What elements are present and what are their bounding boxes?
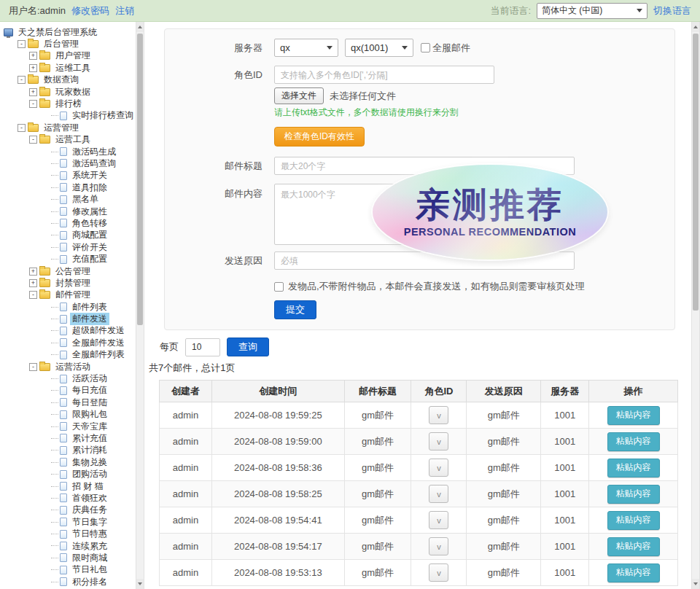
tree-item-label[interactable]: 系统开关 (70, 169, 109, 182)
tree-item-8[interactable]: -运营工具 (0, 134, 136, 146)
switch-language-link[interactable]: 切换语言 (653, 4, 691, 17)
tree-item-label[interactable]: 累计消耗 (70, 444, 109, 456)
tree-item-12[interactable]: 道具扣除 (0, 182, 136, 193)
main-scrollbar-thumb[interactable] (693, 34, 699, 311)
tree-root[interactable]: 天之禁后台管理系统 (0, 26, 136, 38)
tree-item-36[interactable]: 团购活动 (0, 468, 136, 480)
tree-item-label[interactable]: 封禁管理 (53, 277, 93, 289)
tree-item-24[interactable]: 超级邮件发送 (0, 325, 136, 337)
tree-item-14[interactable]: 修改属性 (0, 206, 136, 217)
tree-item-26[interactable]: 全服邮件列表 (0, 349, 136, 361)
tree-item-42[interactable]: 连续累充 (0, 540, 136, 552)
tree-item-label[interactable]: 活跃活动 (70, 372, 109, 385)
expand-icon[interactable]: + (29, 52, 37, 60)
tree-item-label[interactable]: 庆典任务 (70, 504, 109, 516)
role-id-expand-button[interactable]: v (429, 406, 448, 424)
tree-item-3[interactable]: -数据查询 (0, 74, 136, 86)
sidebar-scrollbar[interactable] (136, 22, 144, 589)
tree-item-5[interactable]: -排行榜 (0, 98, 136, 109)
paste-content-button[interactable]: 粘贴内容 (607, 563, 660, 582)
tree-item-15[interactable]: 角色转移 (0, 217, 136, 229)
tree-item-43[interactable]: 限时商城 (0, 552, 136, 563)
role-id-input[interactable] (274, 66, 494, 84)
tree-item-label[interactable]: 连续累充 (70, 540, 109, 553)
attachment-checkbox[interactable] (274, 282, 284, 292)
role-id-expand-button[interactable]: v (429, 485, 448, 503)
server-select[interactable]: qx (274, 39, 338, 57)
tree-item-41[interactable]: 节日特惠 (0, 528, 136, 539)
scroll-up-icon[interactable] (136, 22, 144, 32)
paste-content-button[interactable]: 粘贴内容 (607, 459, 660, 477)
tree-item-25[interactable]: 全服邮件发送 (0, 337, 136, 348)
tree-item-7[interactable]: -运营管理 (0, 122, 136, 133)
tree-item-33[interactable]: 累计充值 (0, 432, 136, 444)
tree-item-label[interactable]: 排行榜 (53, 98, 84, 110)
tree-item-6[interactable]: 实时排行榜查询 (0, 110, 136, 122)
paste-content-button[interactable]: 粘贴内容 (607, 432, 660, 451)
tree-item-label[interactable]: 评价开关 (70, 241, 109, 254)
tree-item-4[interactable]: +玩家数据 (0, 86, 136, 98)
role-id-expand-button[interactable]: v (429, 511, 448, 529)
tree-item-label[interactable]: 全服邮件列表 (70, 348, 127, 361)
tree-item-label[interactable]: 道具扣除 (70, 182, 109, 194)
tree-item-label[interactable]: 充值配置 (70, 253, 109, 265)
collapse-icon[interactable]: - (29, 291, 37, 299)
tree-item-label[interactable]: 每日充值 (70, 384, 109, 397)
tree-item-40[interactable]: 节日集字 (0, 516, 136, 528)
collapse-icon[interactable]: - (29, 100, 37, 108)
tree-item-label[interactable]: 后台管理 (42, 38, 81, 50)
collapse-icon[interactable]: - (18, 76, 26, 84)
tree-item-label[interactable]: 数据查询 (42, 74, 81, 86)
tree-item-20[interactable]: +封禁管理 (0, 277, 136, 289)
tree-item-label[interactable]: 角色转移 (70, 217, 109, 230)
tree-item-label[interactable]: 天帝宝库 (70, 421, 109, 433)
tree-item-label[interactable]: 实时排行榜查询 (70, 109, 136, 122)
tree-item-label[interactable]: 邮件发送 (70, 313, 109, 325)
query-button[interactable]: 查询 (227, 338, 269, 356)
tree-item-31[interactable]: 限购礼包 (0, 409, 136, 421)
expand-icon[interactable]: + (29, 88, 37, 96)
tree-item-9[interactable]: 激活码生成 (0, 146, 136, 157)
expand-icon[interactable]: + (29, 268, 37, 276)
per-page-input[interactable] (185, 338, 220, 356)
role-id-expand-button[interactable]: v (429, 432, 448, 450)
expand-icon[interactable]: + (29, 64, 37, 72)
check-role-id-button[interactable]: 检查角色ID有效性 (274, 127, 365, 147)
tree-item-38[interactable]: 首领狂欢 (0, 492, 136, 504)
collapse-icon[interactable]: - (29, 363, 37, 371)
tree-item-label[interactable]: 用户管理 (53, 50, 93, 62)
paste-content-button[interactable]: 粘贴内容 (607, 406, 660, 425)
tree-item-label[interactable]: 公告管理 (53, 265, 93, 278)
tree-item-label[interactable]: 限购礼包 (70, 408, 109, 421)
tree-item-34[interactable]: 累计消耗 (0, 445, 136, 456)
tree-item-label[interactable]: 修改属性 (70, 206, 109, 218)
tree-item-label[interactable]: 激活码查询 (70, 157, 118, 170)
tree-item-35[interactable]: 集物兑换 (0, 456, 136, 468)
tree-item-label[interactable]: 团购活动 (70, 468, 109, 480)
tree-item-23[interactable]: 邮件发送 (0, 313, 136, 324)
tree-item-label[interactable]: 节日集字 (70, 516, 109, 528)
expand-icon[interactable]: + (29, 279, 37, 287)
tree-item-label[interactable]: 超级邮件发送 (70, 324, 127, 337)
tree-item-label[interactable]: 节日礼包 (70, 563, 109, 576)
scroll-up-icon[interactable] (692, 22, 699, 32)
choose-file-button[interactable]: 选择文件 (274, 87, 324, 104)
tree-item-30[interactable]: 每日登陆 (0, 397, 136, 408)
language-select[interactable]: 简体中文 (中国) (537, 3, 648, 19)
tree-item-11[interactable]: 系统开关 (0, 170, 136, 182)
scroll-down-icon[interactable] (692, 579, 699, 589)
role-id-expand-button[interactable]: v (429, 563, 448, 582)
tree-item-label[interactable]: 集物兑换 (70, 456, 109, 469)
tree-item-10[interactable]: 激活码查询 (0, 157, 136, 169)
role-id-expand-button[interactable]: v (429, 459, 448, 477)
tree-item-label[interactable]: 运维工具 (53, 62, 93, 74)
paste-content-button[interactable]: 粘贴内容 (607, 537, 660, 556)
tree-item-label[interactable]: 累计充值 (70, 432, 109, 445)
tree-item-label[interactable]: 每日登陆 (70, 397, 109, 409)
paste-content-button[interactable]: 粘贴内容 (607, 485, 660, 504)
collapse-icon[interactable]: - (18, 40, 26, 48)
role-id-expand-button[interactable]: v (429, 537, 448, 555)
tree-item-21[interactable]: -邮件管理 (0, 289, 136, 301)
tree-item-label[interactable]: 运营活动 (53, 361, 93, 373)
tree-item-label[interactable]: 邮件列表 (70, 301, 109, 313)
